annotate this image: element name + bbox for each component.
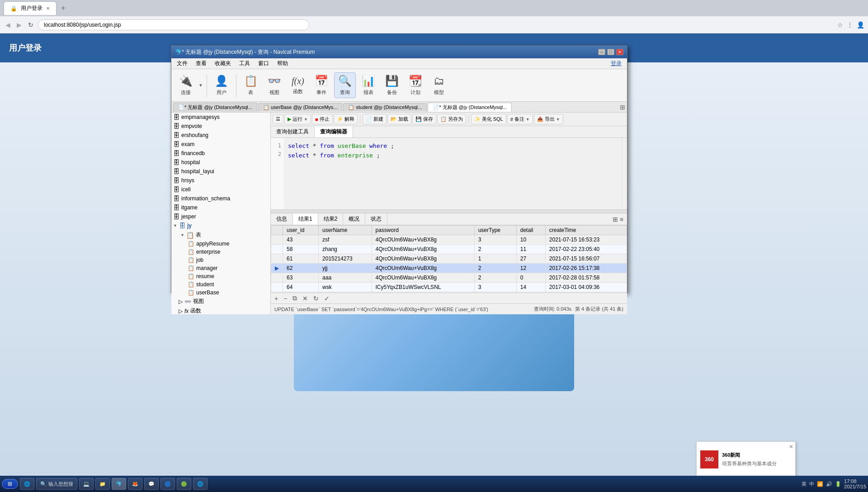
taskbar-item-7[interactable]: 🟢 — [177, 478, 191, 490]
table-job[interactable]: 📋 job — [188, 256, 270, 264]
lang-icon[interactable]: 英 — [802, 481, 807, 487]
cell-detail[interactable]: 11 — [516, 245, 545, 254]
login-link[interactable]: 登录 — [611, 60, 625, 67]
news-close-btn[interactable]: ✕ — [789, 444, 793, 450]
cancel-btn[interactable]: ✕ — [301, 294, 310, 303]
taskbar-search[interactable]: 🔍 输入您想搜 — [36, 478, 77, 490]
sidebar-hospital-layui[interactable]: 🗄 hospital_layui — [171, 167, 270, 176]
sql-editor[interactable]: select * from userBase where ; select * … — [284, 138, 622, 209]
cell-password[interactable]: 4QrcOUm6Wau+VuBX8g — [372, 254, 474, 264]
toolbar-user[interactable]: 👤 用户 — [211, 73, 232, 98]
load-button[interactable]: 📂 加载 — [387, 114, 411, 124]
delete-row-btn[interactable]: − — [282, 294, 289, 303]
explain-button[interactable]: ⚡ 解释 — [334, 114, 358, 124]
col-createtime[interactable]: createTime — [545, 226, 627, 235]
toolbar-event[interactable]: 📅 事件 — [311, 73, 332, 98]
query-tab-student[interactable]: 📋 student @jy (DistanceMysql... — [343, 103, 427, 111]
saveas-button[interactable]: 📋 另存为 — [437, 114, 466, 124]
cell-usertype[interactable]: 2 — [474, 273, 516, 283]
sidebar-financedb[interactable]: 🗄 financedb — [171, 149, 270, 158]
result-tab-profile[interactable]: 概况 — [343, 213, 365, 225]
refresh-button[interactable]: ↻ — [26, 19, 35, 30]
toolbar-query[interactable]: 🔍 查询 — [334, 72, 356, 98]
menu-button[interactable]: ☰ — [273, 114, 283, 124]
new-button[interactable]: 📄 新建 — [363, 114, 387, 124]
export-dropdown[interactable]: ▼ — [556, 117, 560, 122]
cell-usertype[interactable]: 3 — [474, 283, 516, 292]
cell-userid[interactable]: 43 — [283, 235, 319, 245]
cell-detail[interactable]: 27 — [516, 254, 545, 264]
cell-usertype[interactable]: 1 — [474, 254, 516, 264]
menu-help[interactable]: 帮助 — [274, 59, 292, 68]
query-tab-untitled[interactable]: 📄* 无标题 @jy (DistanceMysql... — [173, 103, 257, 112]
sidebar-views[interactable]: ▷ 👓 视图 — [179, 297, 270, 306]
result-tab-status[interactable]: 状态 — [365, 213, 387, 225]
cell-createtime[interactable]: 2017-03-01 04:09:36 — [545, 283, 627, 292]
table-row[interactable]: 61 2015214273 4QrcOUm6Wau+VuBX8g 1 27 20… — [271, 254, 627, 264]
menu-tools[interactable]: 工具 — [236, 59, 254, 68]
cell-password[interactable]: 4QrcOUm6Wau+VuBX8g — [372, 235, 474, 245]
col-user-id[interactable]: user_id — [283, 226, 319, 235]
col-usertype[interactable]: userType — [474, 226, 516, 235]
toolbar-view[interactable]: 👓 视图 — [264, 73, 285, 98]
refresh-btn[interactable]: ↻ — [311, 294, 321, 303]
menu-favorites[interactable]: 收藏夹 — [211, 59, 235, 68]
cell-usertype[interactable]: 3 — [474, 235, 516, 245]
cell-detail[interactable]: 12 — [516, 264, 545, 273]
cell-userid[interactable]: 63 — [283, 273, 319, 283]
taskbar-item-3[interactable]: 📁 — [95, 478, 110, 490]
sub-tab-builder[interactable]: 查询创建工具 — [271, 126, 315, 137]
cell-createtime[interactable]: 2017-02-26 15:17:38 — [545, 264, 627, 273]
run-button[interactable]: ▶ 运行 ▼ — [284, 114, 311, 124]
col-password[interactable]: password — [372, 226, 474, 235]
cell-userid[interactable]: 62 — [283, 264, 319, 273]
table-resume[interactable]: 📋 resume — [188, 272, 270, 280]
toolbar-table[interactable]: 📋 表 — [240, 73, 262, 98]
cell-userid[interactable]: 64 — [283, 283, 319, 292]
table-row-selected[interactable]: ▶ 62 yjj 4QrcOUm6Wau+VuBX8g 2 12 2017-02… — [271, 264, 627, 273]
table-row[interactable]: 64 wsk ICy5YqxZB1uWSwcVLSNL 3 14 2017-03… — [271, 283, 627, 292]
table-row[interactable]: 63 aaa 4QrcOUm6Wau+VuBX8g 2 0 2017-02-28… — [271, 273, 627, 283]
col-username[interactable]: userName — [319, 226, 372, 235]
menu-file[interactable]: 文件 — [173, 59, 191, 68]
cell-username[interactable]: 2015214273 — [319, 254, 372, 264]
taskbar-item-2[interactable]: 💻 — [79, 478, 94, 490]
grid-icon[interactable]: ⊞ — [613, 216, 618, 223]
export-button[interactable]: 📤 导出 ▼ — [534, 114, 563, 124]
active-tab[interactable]: 🔒 用户登录 ✕ — [4, 1, 57, 15]
list-icon[interactable]: ≡ — [620, 216, 623, 223]
sub-tab-editor[interactable]: 查询编辑器 — [315, 126, 353, 137]
result-tab-result1[interactable]: 结果1 — [293, 213, 318, 225]
cell-createtime[interactable]: 2021-07-15 16:56:07 — [545, 254, 627, 264]
sidebar-functions[interactable]: ▷ fx 函数 — [179, 306, 270, 314]
input-icon[interactable]: 中 — [809, 481, 814, 487]
connect-arrow[interactable]: ▼ — [198, 83, 203, 88]
cell-username[interactable]: zhang — [319, 245, 372, 254]
toolbar-connect[interactable]: 🔌 连接 — [175, 73, 197, 98]
sidebar-ershoufang[interactable]: 🗄 ershoufang — [171, 131, 270, 140]
table-userbase[interactable]: 📋 userBase — [188, 289, 270, 297]
sidebar-information-schema[interactable]: 🗄 information_schema — [171, 194, 270, 203]
bookmark-icon[interactable]: ☆ — [837, 21, 843, 28]
resize-handle[interactable] — [271, 209, 627, 213]
close-button[interactable]: ✕ — [616, 49, 623, 55]
cell-username[interactable]: aaa — [319, 273, 372, 283]
cell-userid[interactable]: 61 — [283, 254, 319, 264]
save-button[interactable]: 💾 保存 — [412, 114, 436, 124]
sidebar-hrsys[interactable]: 🗄 hrsys — [171, 176, 270, 185]
sidebar-hospital[interactable]: 🗄 hospital — [171, 158, 270, 167]
table-manager[interactable]: 📋 manager — [188, 264, 270, 272]
taskbar-item-5[interactable]: 💬 — [144, 478, 159, 490]
cell-detail[interactable]: 14 — [516, 283, 545, 292]
duplicate-row-btn[interactable]: ⧉ — [291, 293, 299, 303]
volume-icon[interactable]: 🔊 — [826, 481, 832, 487]
address-bar[interactable] — [38, 19, 309, 30]
network-icon[interactable]: 📶 — [817, 481, 823, 487]
cell-usertype[interactable]: 2 — [474, 245, 516, 254]
sidebar-icell[interactable]: 🗄 icell — [171, 185, 270, 194]
stop-button[interactable]: ■ 停止 — [312, 114, 333, 124]
query-tab-userbase[interactable]: 📋 userBase @jy (DistanceMys... — [258, 103, 343, 111]
comment-button[interactable]: # 备注 ▼ — [507, 114, 533, 124]
menu-view[interactable]: 查看 — [192, 59, 210, 68]
add-row-btn[interactable]: + — [273, 294, 280, 303]
